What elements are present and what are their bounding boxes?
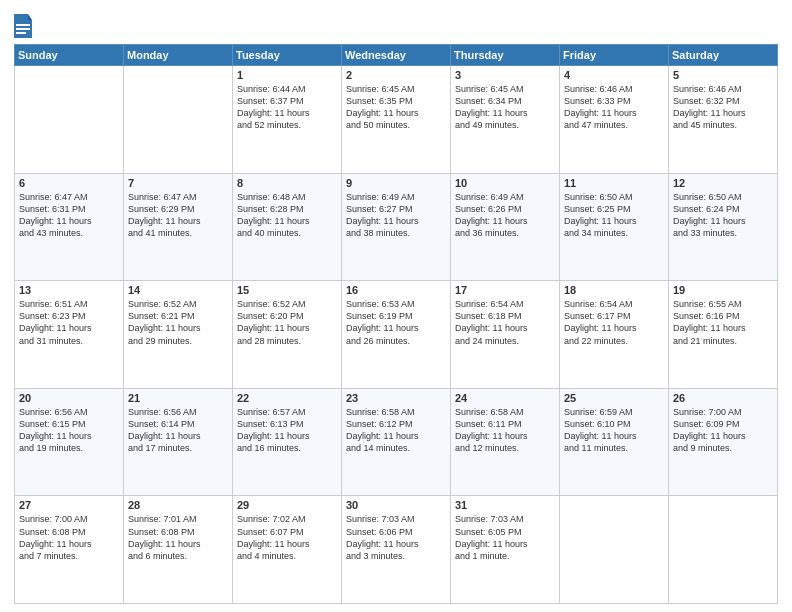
- weekday-header-tuesday: Tuesday: [233, 45, 342, 66]
- calendar-cell: 30Sunrise: 7:03 AM Sunset: 6:06 PM Dayli…: [342, 496, 451, 604]
- day-number: 30: [346, 499, 446, 511]
- day-number: 17: [455, 284, 555, 296]
- day-number: 12: [673, 177, 773, 189]
- cell-text: Sunrise: 6:54 AM Sunset: 6:17 PM Dayligh…: [564, 298, 664, 347]
- cell-text: Sunrise: 6:49 AM Sunset: 6:27 PM Dayligh…: [346, 191, 446, 240]
- calendar-cell: 29Sunrise: 7:02 AM Sunset: 6:07 PM Dayli…: [233, 496, 342, 604]
- calendar-cell: 27Sunrise: 7:00 AM Sunset: 6:08 PM Dayli…: [15, 496, 124, 604]
- cell-text: Sunrise: 7:03 AM Sunset: 6:05 PM Dayligh…: [455, 513, 555, 562]
- calendar-cell: 22Sunrise: 6:57 AM Sunset: 6:13 PM Dayli…: [233, 388, 342, 496]
- day-number: 20: [19, 392, 119, 404]
- calendar-cell: 12Sunrise: 6:50 AM Sunset: 6:24 PM Dayli…: [669, 173, 778, 281]
- day-number: 2: [346, 69, 446, 81]
- day-number: 27: [19, 499, 119, 511]
- calendar-cell: 15Sunrise: 6:52 AM Sunset: 6:20 PM Dayli…: [233, 281, 342, 389]
- calendar-cell: 19Sunrise: 6:55 AM Sunset: 6:16 PM Dayli…: [669, 281, 778, 389]
- day-number: 22: [237, 392, 337, 404]
- calendar-cell: 20Sunrise: 6:56 AM Sunset: 6:15 PM Dayli…: [15, 388, 124, 496]
- calendar-cell: 10Sunrise: 6:49 AM Sunset: 6:26 PM Dayli…: [451, 173, 560, 281]
- cell-text: Sunrise: 7:00 AM Sunset: 6:08 PM Dayligh…: [19, 513, 119, 562]
- day-number: 31: [455, 499, 555, 511]
- cell-text: Sunrise: 7:01 AM Sunset: 6:08 PM Dayligh…: [128, 513, 228, 562]
- day-number: 15: [237, 284, 337, 296]
- calendar-cell: 2Sunrise: 6:45 AM Sunset: 6:35 PM Daylig…: [342, 66, 451, 174]
- day-number: 21: [128, 392, 228, 404]
- day-number: 23: [346, 392, 446, 404]
- calendar-cell: 3Sunrise: 6:45 AM Sunset: 6:34 PM Daylig…: [451, 66, 560, 174]
- day-number: 11: [564, 177, 664, 189]
- calendar-cell: 8Sunrise: 6:48 AM Sunset: 6:28 PM Daylig…: [233, 173, 342, 281]
- cell-text: Sunrise: 6:50 AM Sunset: 6:24 PM Dayligh…: [673, 191, 773, 240]
- day-number: 13: [19, 284, 119, 296]
- calendar-row-2: 13Sunrise: 6:51 AM Sunset: 6:23 PM Dayli…: [15, 281, 778, 389]
- cell-text: Sunrise: 6:57 AM Sunset: 6:13 PM Dayligh…: [237, 406, 337, 455]
- day-number: 24: [455, 392, 555, 404]
- svg-rect-4: [16, 32, 26, 34]
- cell-text: Sunrise: 6:52 AM Sunset: 6:20 PM Dayligh…: [237, 298, 337, 347]
- weekday-header-row: SundayMondayTuesdayWednesdayThursdayFrid…: [15, 45, 778, 66]
- calendar-cell: 25Sunrise: 6:59 AM Sunset: 6:10 PM Dayli…: [560, 388, 669, 496]
- svg-rect-2: [16, 24, 30, 26]
- cell-text: Sunrise: 6:58 AM Sunset: 6:11 PM Dayligh…: [455, 406, 555, 455]
- calendar-cell: [124, 66, 233, 174]
- day-number: 19: [673, 284, 773, 296]
- cell-text: Sunrise: 6:47 AM Sunset: 6:29 PM Dayligh…: [128, 191, 228, 240]
- cell-text: Sunrise: 6:46 AM Sunset: 6:32 PM Dayligh…: [673, 83, 773, 132]
- calendar-row-3: 20Sunrise: 6:56 AM Sunset: 6:15 PM Dayli…: [15, 388, 778, 496]
- cell-text: Sunrise: 6:56 AM Sunset: 6:14 PM Dayligh…: [128, 406, 228, 455]
- day-number: 9: [346, 177, 446, 189]
- cell-text: Sunrise: 6:49 AM Sunset: 6:26 PM Dayligh…: [455, 191, 555, 240]
- day-number: 26: [673, 392, 773, 404]
- cell-text: Sunrise: 6:44 AM Sunset: 6:37 PM Dayligh…: [237, 83, 337, 132]
- cell-text: Sunrise: 6:55 AM Sunset: 6:16 PM Dayligh…: [673, 298, 773, 347]
- calendar-cell: 1Sunrise: 6:44 AM Sunset: 6:37 PM Daylig…: [233, 66, 342, 174]
- weekday-header-sunday: Sunday: [15, 45, 124, 66]
- calendar-row-0: 1Sunrise: 6:44 AM Sunset: 6:37 PM Daylig…: [15, 66, 778, 174]
- weekday-header-saturday: Saturday: [669, 45, 778, 66]
- calendar-row-1: 6Sunrise: 6:47 AM Sunset: 6:31 PM Daylig…: [15, 173, 778, 281]
- cell-text: Sunrise: 6:53 AM Sunset: 6:19 PM Dayligh…: [346, 298, 446, 347]
- cell-text: Sunrise: 6:48 AM Sunset: 6:28 PM Dayligh…: [237, 191, 337, 240]
- day-number: 3: [455, 69, 555, 81]
- cell-text: Sunrise: 6:46 AM Sunset: 6:33 PM Dayligh…: [564, 83, 664, 132]
- cell-text: Sunrise: 6:47 AM Sunset: 6:31 PM Dayligh…: [19, 191, 119, 240]
- logo-icon: [14, 10, 32, 38]
- weekday-header-friday: Friday: [560, 45, 669, 66]
- calendar-cell: 7Sunrise: 6:47 AM Sunset: 6:29 PM Daylig…: [124, 173, 233, 281]
- day-number: 6: [19, 177, 119, 189]
- calendar-cell: 17Sunrise: 6:54 AM Sunset: 6:18 PM Dayli…: [451, 281, 560, 389]
- day-number: 10: [455, 177, 555, 189]
- calendar-cell: 21Sunrise: 6:56 AM Sunset: 6:14 PM Dayli…: [124, 388, 233, 496]
- day-number: 1: [237, 69, 337, 81]
- day-number: 18: [564, 284, 664, 296]
- day-number: 4: [564, 69, 664, 81]
- cell-text: Sunrise: 7:02 AM Sunset: 6:07 PM Dayligh…: [237, 513, 337, 562]
- day-number: 5: [673, 69, 773, 81]
- day-number: 14: [128, 284, 228, 296]
- page: SundayMondayTuesdayWednesdayThursdayFrid…: [0, 0, 792, 612]
- day-number: 16: [346, 284, 446, 296]
- calendar-table: SundayMondayTuesdayWednesdayThursdayFrid…: [14, 44, 778, 604]
- day-number: 7: [128, 177, 228, 189]
- calendar-cell: 5Sunrise: 6:46 AM Sunset: 6:32 PM Daylig…: [669, 66, 778, 174]
- calendar-cell: 16Sunrise: 6:53 AM Sunset: 6:19 PM Dayli…: [342, 281, 451, 389]
- calendar-cell: 18Sunrise: 6:54 AM Sunset: 6:17 PM Dayli…: [560, 281, 669, 389]
- cell-text: Sunrise: 6:56 AM Sunset: 6:15 PM Dayligh…: [19, 406, 119, 455]
- logo: [14, 10, 36, 38]
- cell-text: Sunrise: 6:59 AM Sunset: 6:10 PM Dayligh…: [564, 406, 664, 455]
- day-number: 8: [237, 177, 337, 189]
- cell-text: Sunrise: 6:58 AM Sunset: 6:12 PM Dayligh…: [346, 406, 446, 455]
- calendar-cell: 11Sunrise: 6:50 AM Sunset: 6:25 PM Dayli…: [560, 173, 669, 281]
- calendar-cell: 23Sunrise: 6:58 AM Sunset: 6:12 PM Dayli…: [342, 388, 451, 496]
- cell-text: Sunrise: 6:51 AM Sunset: 6:23 PM Dayligh…: [19, 298, 119, 347]
- cell-text: Sunrise: 6:45 AM Sunset: 6:35 PM Dayligh…: [346, 83, 446, 132]
- svg-marker-1: [28, 14, 32, 20]
- weekday-header-wednesday: Wednesday: [342, 45, 451, 66]
- svg-rect-3: [16, 28, 30, 30]
- calendar-cell: 24Sunrise: 6:58 AM Sunset: 6:11 PM Dayli…: [451, 388, 560, 496]
- calendar-cell: 6Sunrise: 6:47 AM Sunset: 6:31 PM Daylig…: [15, 173, 124, 281]
- day-number: 29: [237, 499, 337, 511]
- calendar-cell: [560, 496, 669, 604]
- cell-text: Sunrise: 6:54 AM Sunset: 6:18 PM Dayligh…: [455, 298, 555, 347]
- weekday-header-monday: Monday: [124, 45, 233, 66]
